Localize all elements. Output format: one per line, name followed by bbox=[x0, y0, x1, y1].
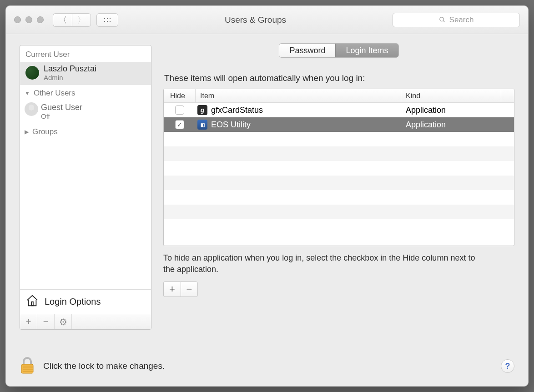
current-user-header: Current User bbox=[20, 45, 151, 62]
app-icon: ◧ bbox=[197, 120, 207, 130]
svg-rect-2 bbox=[31, 302, 33, 306]
disclosure-right-icon: ▶ bbox=[25, 129, 29, 135]
nav-buttons: 〈 〉 bbox=[53, 13, 91, 27]
tab-password[interactable]: Password bbox=[279, 44, 335, 57]
hint-text: To hide an application when you log in, … bbox=[163, 252, 482, 275]
svg-rect-3 bbox=[21, 364, 33, 373]
other-users-label: Other Users bbox=[34, 89, 76, 98]
avatar bbox=[25, 66, 39, 80]
lock-text: Click the lock to make changes. bbox=[43, 361, 165, 371]
current-user-row[interactable]: Laszlo Pusztai Admin bbox=[20, 62, 151, 85]
preferences-window: 〈 〉 Users & Groups Search Current User bbox=[5, 5, 529, 387]
tab-bar: Password Login Items bbox=[279, 43, 398, 58]
table-row-empty bbox=[164, 146, 514, 161]
hide-checkbox[interactable]: ✓ bbox=[175, 120, 184, 129]
column-kind[interactable]: Kind bbox=[401, 89, 501, 102]
close-window-button[interactable] bbox=[14, 16, 21, 23]
remove-user-button[interactable]: − bbox=[37, 314, 55, 329]
zoom-window-button[interactable] bbox=[37, 16, 44, 23]
add-user-button[interactable]: + bbox=[20, 314, 37, 329]
minimize-window-button[interactable] bbox=[25, 16, 32, 23]
gear-icon: ⚙ bbox=[59, 317, 67, 327]
lock-icon[interactable] bbox=[20, 356, 35, 376]
window-controls bbox=[14, 16, 44, 23]
remove-login-item-button[interactable]: − bbox=[181, 281, 198, 297]
minus-icon: − bbox=[43, 317, 49, 327]
chevron-right-icon: 〉 bbox=[77, 15, 86, 25]
other-users-section[interactable]: ▼ Other Users bbox=[20, 85, 151, 101]
search-field[interactable]: Search bbox=[393, 13, 520, 27]
forward-button[interactable]: 〉 bbox=[72, 13, 91, 27]
table-header: Hide Item Kind bbox=[164, 89, 514, 103]
item-name: gfxCardStatus bbox=[211, 106, 263, 115]
avatar bbox=[25, 102, 38, 116]
main-pane: Password Login Items These items will op… bbox=[163, 45, 514, 330]
table-row-empty bbox=[164, 205, 514, 219]
plus-icon: + bbox=[169, 283, 175, 295]
disclosure-down-icon: ▼ bbox=[25, 90, 30, 96]
table-row-empty bbox=[164, 161, 514, 176]
item-kind: Application bbox=[401, 120, 514, 130]
table-row-empty bbox=[164, 190, 514, 205]
login-items-table: Hide Item Kind g gfxCardStatus Applic bbox=[163, 89, 514, 246]
toolbar: 〈 〉 Users & Groups Search bbox=[6, 6, 528, 34]
help-icon: ? bbox=[505, 362, 510, 371]
item-kind: Application bbox=[401, 106, 514, 115]
add-remove-buttons: + − bbox=[163, 281, 514, 297]
window-title: Users & Groups bbox=[124, 15, 387, 25]
svg-line-1 bbox=[443, 20, 444, 22]
item-name: EOS Utility bbox=[211, 120, 251, 130]
current-user-role: Admin bbox=[44, 74, 96, 81]
guest-user-name: Guest User bbox=[41, 103, 82, 112]
guest-user-row[interactable]: Guest User Off bbox=[20, 101, 151, 124]
table-body: g gfxCardStatus Application ✓ ◧ EOS Util… bbox=[164, 103, 514, 246]
login-options-row[interactable]: Login Options bbox=[20, 289, 151, 314]
search-placeholder: Search bbox=[449, 15, 474, 25]
table-row[interactable]: g gfxCardStatus Application bbox=[164, 103, 514, 117]
current-user-name: Laszlo Pusztai bbox=[44, 65, 96, 74]
table-row-empty bbox=[164, 219, 514, 234]
login-options-label: Login Options bbox=[45, 297, 101, 307]
sidebar-footer: + − ⚙ bbox=[20, 314, 151, 329]
plus-icon: + bbox=[26, 317, 31, 327]
column-hide[interactable]: Hide bbox=[164, 89, 196, 102]
table-row-empty bbox=[164, 132, 514, 146]
svg-point-0 bbox=[439, 17, 443, 21]
users-sidebar: Current User Laszlo Pusztai Admin ▼ Othe… bbox=[20, 45, 151, 330]
app-icon: g bbox=[197, 105, 207, 115]
search-icon bbox=[439, 16, 446, 23]
house-icon bbox=[25, 294, 39, 309]
add-login-item-button[interactable]: + bbox=[163, 281, 181, 297]
column-item[interactable]: Item bbox=[196, 89, 401, 102]
grid-icon bbox=[103, 17, 111, 23]
lock-row: Click the lock to make changes. ? bbox=[20, 356, 514, 376]
login-items-subtitle: These items will open automatically when… bbox=[164, 73, 514, 83]
table-row-empty bbox=[164, 176, 514, 190]
content-area: Current User Laszlo Pusztai Admin ▼ Othe… bbox=[6, 34, 528, 386]
show-all-button[interactable] bbox=[96, 13, 118, 27]
back-button[interactable]: 〈 bbox=[53, 13, 72, 27]
hide-checkbox[interactable] bbox=[175, 106, 184, 115]
chevron-left-icon: 〈 bbox=[59, 15, 67, 25]
table-row[interactable]: ✓ ◧ EOS Utility Application bbox=[164, 117, 514, 132]
help-button[interactable]: ? bbox=[501, 359, 514, 373]
minus-icon: − bbox=[186, 283, 192, 295]
guest-user-status: Off bbox=[41, 112, 82, 120]
groups-section[interactable]: ▶ Groups bbox=[20, 124, 151, 140]
groups-label: Groups bbox=[32, 127, 58, 136]
tab-login-items[interactable]: Login Items bbox=[335, 44, 398, 57]
user-actions-button[interactable]: ⚙ bbox=[55, 314, 72, 329]
